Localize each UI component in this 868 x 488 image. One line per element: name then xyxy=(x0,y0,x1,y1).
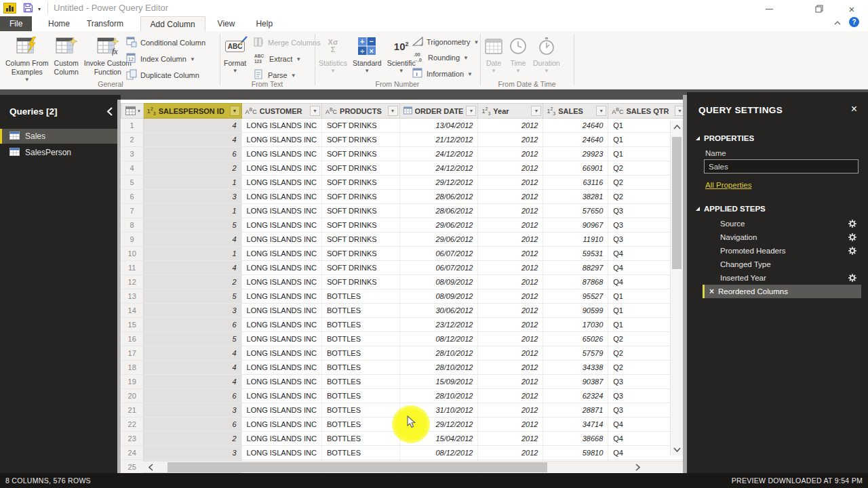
cell[interactable]: 2012 xyxy=(478,446,543,460)
close-button[interactable]: × xyxy=(837,0,867,18)
filter-dropdown-icon[interactable]: ▼ xyxy=(388,106,398,116)
horizontal-scrollbar[interactable] xyxy=(143,461,686,472)
cell[interactable]: LONG ISLANDS INC xyxy=(241,403,321,418)
horizontal-scroll-thumb[interactable] xyxy=(167,462,547,472)
cell[interactable]: LONG ISLANDS INC xyxy=(241,133,321,147)
applied-step-inserted-year[interactable]: Inserted Year xyxy=(703,271,861,285)
cell[interactable]: LONG ISLANDS INC xyxy=(241,332,321,346)
cell[interactable]: BOTTLES xyxy=(321,418,399,432)
cell[interactable]: LONG ISLANDS INC xyxy=(241,190,321,204)
column-header-customer[interactable]: ABCCUSTOMER▼ xyxy=(241,104,321,119)
cell[interactable]: LONG ISLANDS INC xyxy=(241,275,321,289)
duration-button[interactable]: Duration▼ xyxy=(530,34,563,74)
cell[interactable]: 11910 xyxy=(543,232,608,247)
tab-transform[interactable]: Transform xyxy=(77,16,133,31)
gear-icon[interactable] xyxy=(848,233,856,243)
cell[interactable]: 2012 xyxy=(478,432,543,446)
cell[interactable]: 2012 xyxy=(478,346,543,361)
row-number[interactable]: 24 xyxy=(121,446,144,460)
cell[interactable]: LONG ISLANDS INC xyxy=(241,289,321,304)
merge-columns-button[interactable]: Merge Columns xyxy=(254,37,321,49)
select-all-corner[interactable]: ▼ xyxy=(121,104,144,119)
restore-button[interactable] xyxy=(804,0,834,18)
cell[interactable]: 2012 xyxy=(478,389,543,403)
date-button[interactable]: Date▼ xyxy=(481,34,506,74)
information-button[interactable]: iInformation▼ xyxy=(412,68,479,80)
cell[interactable]: 29/06/2012 xyxy=(399,232,478,247)
cell[interactable]: 28/06/2012 xyxy=(399,204,478,218)
column-header-year[interactable]: 123Year▼ xyxy=(478,104,543,119)
cell[interactable]: LONG ISLANDS INC xyxy=(241,304,321,318)
collapse-ribbon-icon[interactable] xyxy=(834,18,841,26)
cell[interactable]: 28/06/2012 xyxy=(399,190,478,204)
filter-dropdown-icon[interactable]: ▼ xyxy=(466,106,476,116)
cell[interactable]: LONG ISLANDS INC xyxy=(241,389,321,403)
cell[interactable]: 2012 xyxy=(478,232,543,247)
save-icon[interactable] xyxy=(23,3,33,16)
cell[interactable]: 3 xyxy=(143,304,241,318)
cell[interactable]: 5 xyxy=(143,332,241,346)
cell[interactable]: 88297 xyxy=(543,261,608,275)
cell[interactable]: 65026 xyxy=(543,332,608,346)
applied-step-promoted-headers[interactable]: Promoted Headers xyxy=(703,244,861,258)
cell[interactable]: 2 xyxy=(143,432,241,446)
cell[interactable]: 2 xyxy=(143,275,241,289)
cell[interactable]: SOFT DRINKS xyxy=(321,247,399,261)
cell[interactable]: 28871 xyxy=(543,403,608,418)
cell[interactable]: 24640 xyxy=(543,133,608,147)
cell[interactable]: 28/10/2012 xyxy=(399,346,478,361)
cell[interactable]: 2012 xyxy=(478,275,543,289)
row-number[interactable]: 18 xyxy=(121,361,144,375)
custom-column-button[interactable]: Custom Column xyxy=(52,34,81,83)
cell[interactable]: 6 xyxy=(143,389,241,403)
column-header-sales[interactable]: 123SALES▼ xyxy=(543,104,608,119)
cell[interactable]: 2012 xyxy=(478,403,543,418)
row-number[interactable]: 14 xyxy=(121,304,144,318)
row-number[interactable]: 2 xyxy=(121,133,144,147)
row-number[interactable]: 20 xyxy=(121,389,144,403)
cell[interactable]: 2012 xyxy=(478,261,543,275)
cell[interactable]: SOFT DRINKS xyxy=(321,232,399,247)
cell[interactable]: 2012 xyxy=(478,218,543,232)
cell[interactable]: SOFT DRINKS xyxy=(321,147,399,161)
rounding-button[interactable]: .00→.0Rounding▼ xyxy=(412,52,479,64)
tab-file[interactable]: File xyxy=(0,16,32,31)
cell[interactable]: 4 xyxy=(143,375,241,389)
filter-dropdown-icon[interactable]: ▼ xyxy=(310,106,320,116)
help-icon[interactable]: ? xyxy=(849,17,859,27)
cell[interactable]: 2012 xyxy=(478,133,543,147)
cell[interactable]: 2012 xyxy=(478,147,543,161)
cell[interactable]: 21/12/2012 xyxy=(399,133,478,147)
cell[interactable]: BOTTLES xyxy=(321,304,399,318)
applied-steps-section-header[interactable]: APPLIED STEPS xyxy=(696,205,766,213)
cell[interactable]: BOTTLES xyxy=(321,389,399,403)
cell[interactable]: 28/10/2012 xyxy=(399,361,478,375)
row-number[interactable]: 13 xyxy=(121,289,144,304)
cell[interactable]: 30/06/2012 xyxy=(399,304,478,318)
scroll-down-icon[interactable] xyxy=(671,443,684,455)
scroll-up-icon[interactable] xyxy=(671,121,684,133)
row-number[interactable]: 11 xyxy=(121,261,144,275)
filter-dropdown-icon[interactable]: ▼ xyxy=(230,106,240,116)
row-number[interactable]: 23 xyxy=(121,432,144,446)
cell[interactable]: LONG ISLANDS INC xyxy=(241,247,321,261)
cell[interactable]: 59531 xyxy=(543,247,608,261)
cell[interactable]: SOFT DRINKS xyxy=(321,119,399,133)
query-item-salesperson[interactable]: SalesPerson xyxy=(0,145,117,160)
scroll-right-icon[interactable] xyxy=(630,462,645,473)
query-name-input[interactable] xyxy=(704,159,859,174)
column-header-order-date[interactable]: ORDER DATE▼ xyxy=(399,104,478,119)
cell[interactable]: 23/12/2012 xyxy=(399,318,478,332)
cell[interactable]: 38281 xyxy=(543,190,608,204)
cell[interactable]: 08/12/2012 xyxy=(399,446,478,460)
cell[interactable]: 2012 xyxy=(478,190,543,204)
filter-dropdown-icon[interactable]: ▼ xyxy=(531,106,541,116)
cell[interactable]: BOTTLES xyxy=(321,432,399,446)
row-number[interactable]: 12 xyxy=(121,275,144,289)
cell[interactable]: 63116 xyxy=(543,176,608,190)
gear-icon[interactable] xyxy=(848,274,856,283)
cell[interactable]: 2012 xyxy=(478,304,543,318)
minimize-button[interactable] xyxy=(754,0,784,18)
cell[interactable]: 24/12/2012 xyxy=(399,147,478,161)
cell[interactable]: LONG ISLANDS INC xyxy=(241,204,321,218)
